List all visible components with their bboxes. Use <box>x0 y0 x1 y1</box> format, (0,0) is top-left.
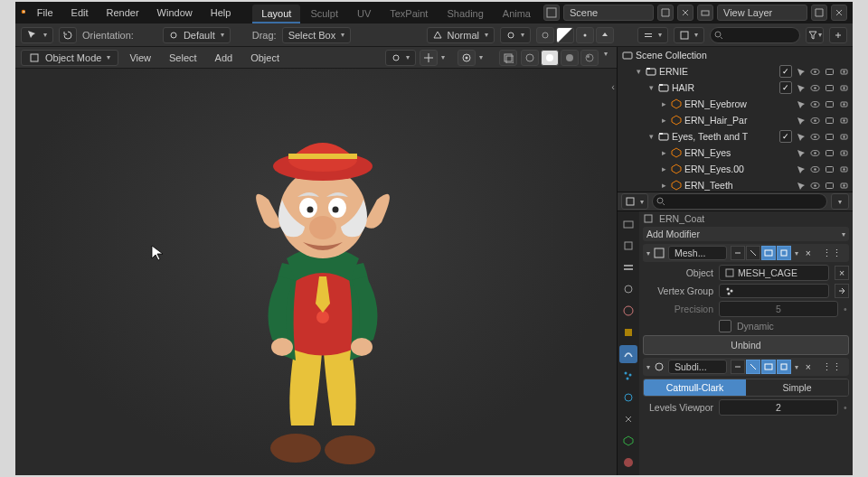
modifier2-name[interactable]: Subdi... <box>668 360 727 374</box>
viewlayer-new-icon[interactable] <box>811 5 827 21</box>
ptab-object-icon[interactable] <box>619 323 637 341</box>
tree-toggle-icon[interactable]: ▸ <box>659 164 668 173</box>
proportional-shape-icon[interactable] <box>556 27 574 43</box>
tree-toggle-icon[interactable]: ▾ <box>646 132 656 141</box>
outliner-restrict-icon[interactable] <box>794 65 807 79</box>
outliner-row[interactable]: ▾ HAIR <box>618 80 853 96</box>
menu-window[interactable]: Window <box>150 5 200 20</box>
mod-render-icon[interactable] <box>777 246 791 260</box>
xray-icon[interactable] <box>499 50 517 66</box>
viewlayer-browse-icon[interactable] <box>697 5 713 21</box>
outliner-restrict-icon[interactable] <box>808 163 822 176</box>
add-modifier-dropdown[interactable]: Add Modifier ▾ <box>643 227 849 241</box>
mod2-realtime-icon[interactable] <box>731 360 745 374</box>
outliner-row[interactable]: ▸ ERN_Eyes <box>618 145 853 161</box>
viewport-menu-add[interactable]: Add <box>208 51 241 65</box>
outliner-row[interactable]: ▸ ERN_Hair_Par <box>618 112 853 128</box>
outliner-checkbox[interactable] <box>779 65 792 78</box>
outliner-restrict-icon[interactable] <box>837 130 851 144</box>
tree-toggle-icon[interactable]: ▸ <box>659 99 668 108</box>
tree-toggle-icon[interactable]: ▸ <box>659 181 668 190</box>
outliner-restrict-icon[interactable] <box>808 179 822 192</box>
viewport-canvas[interactable]: ‹ <box>15 69 617 475</box>
ptab-output-icon[interactable] <box>619 237 637 255</box>
outliner-restrict-icon[interactable] <box>823 179 836 192</box>
outliner-view-icon[interactable]: ▾ <box>674 27 704 43</box>
outliner-restrict-icon[interactable] <box>794 130 807 144</box>
outliner-restrict-icon[interactable] <box>808 114 822 127</box>
outliner-scene-collection[interactable]: Scene Collection <box>618 47 853 63</box>
tree-toggle-icon[interactable]: ▾ <box>634 67 643 76</box>
ptab-viewlayer-icon[interactable] <box>619 258 637 276</box>
sidebar-toggle-icon[interactable]: ‹ <box>611 81 615 92</box>
orientation-dropdown[interactable]: Default ▾ <box>163 27 231 43</box>
modifier-meshdeform-header[interactable]: ▾ Mesh... ▾ × ⋮⋮ <box>643 244 849 262</box>
outliner-restrict-icon[interactable] <box>837 179 851 192</box>
mod-viewport-icon[interactable] <box>761 246 776 260</box>
shading-solid-icon[interactable] <box>541 50 559 66</box>
props-options-icon[interactable]: ▾ <box>831 193 849 210</box>
refresh-icon[interactable] <box>59 27 77 43</box>
object-clear-icon[interactable]: × <box>835 266 849 280</box>
viewport-menu-object[interactable]: Object <box>243 51 287 65</box>
scene-new-icon[interactable] <box>657 5 674 21</box>
outliner-restrict-icon[interactable] <box>837 146 851 160</box>
outliner-restrict-icon[interactable] <box>837 114 851 127</box>
outliner-restrict-icon[interactable] <box>794 98 807 111</box>
tab-layout[interactable]: Layout <box>252 5 300 23</box>
ptab-modifier-icon[interactable] <box>619 345 637 363</box>
outliner-search-input[interactable] <box>710 27 800 43</box>
mod2-edit-icon[interactable] <box>746 360 760 374</box>
outliner-restrict-icon[interactable] <box>837 65 851 79</box>
outliner-restrict-icon[interactable] <box>808 81 822 95</box>
outliner-restrict-icon[interactable] <box>794 163 807 176</box>
outliner-restrict-icon[interactable] <box>823 130 836 144</box>
shading-material-icon[interactable] <box>561 50 579 66</box>
outliner-restrict-icon[interactable] <box>808 146 822 160</box>
dynamic-checkbox[interactable] <box>719 320 731 332</box>
modifier1-menu-icon[interactable]: ⋮⋮ <box>818 248 845 258</box>
tab-animation[interactable]: Anima <box>494 5 540 23</box>
tree-toggle-icon[interactable]: ▸ <box>659 148 668 157</box>
snap-dropdown[interactable]: ▾ <box>500 27 531 43</box>
modifier2-extras-dropdown[interactable]: ▾ <box>795 363 798 371</box>
menu-edit[interactable]: Edit <box>64 5 96 20</box>
outliner-restrict-icon[interactable] <box>823 114 836 127</box>
cursor-tool-dropdown[interactable]: ▾ <box>21 27 53 43</box>
ptab-scene-icon[interactable] <box>619 280 637 298</box>
mod-edit-icon[interactable] <box>746 246 760 260</box>
tree-toggle-icon[interactable]: ▾ <box>646 83 656 92</box>
modifier1-delete-icon[interactable]: × <box>802 248 815 258</box>
gizmo-icon[interactable] <box>420 50 438 66</box>
outliner-restrict-icon[interactable] <box>823 146 836 160</box>
mod-realtime-icon[interactable] <box>731 246 745 260</box>
outliner[interactable]: Scene Collection ▾ ERNIE ▾ HAIR ▸ ERN_Ey… <box>618 47 853 192</box>
new-collection-icon[interactable] <box>829 27 847 43</box>
scene-name-field[interactable]: Scene <box>563 5 654 21</box>
tab-texpaint[interactable]: TexPaint <box>381 5 437 23</box>
mod2-viewport-icon[interactable] <box>761 360 776 374</box>
properties-search-input[interactable] <box>652 193 827 210</box>
outliner-restrict-icon[interactable] <box>808 98 822 111</box>
menu-help[interactable]: Help <box>203 5 239 20</box>
outliner-restrict-icon[interactable] <box>794 81 807 95</box>
scene-browse-icon[interactable] <box>543 5 560 21</box>
viewlayer-delete-icon[interactable] <box>831 5 847 21</box>
levels-viewport-field[interactable]: 2 <box>719 399 838 416</box>
outliner-restrict-icon[interactable] <box>823 163 836 176</box>
modifier1-name[interactable]: Mesh... <box>668 246 727 260</box>
arrow-up-icon[interactable] <box>596 27 614 43</box>
outliner-row[interactable]: ▸ ERN_Teeth <box>618 177 853 192</box>
outliner-restrict-icon[interactable] <box>823 81 836 95</box>
vertex-group-field[interactable] <box>719 284 829 298</box>
menu-file[interactable]: File <box>30 5 61 20</box>
ptab-world-icon[interactable] <box>619 302 637 320</box>
outliner-restrict-icon[interactable] <box>794 114 807 127</box>
outliner-row[interactable]: ▾ ERNIE <box>618 63 853 80</box>
modifier2-delete-icon[interactable]: × <box>802 361 815 372</box>
outliner-restrict-icon[interactable] <box>837 81 851 95</box>
overlay-toggle-icon[interactable] <box>458 50 476 66</box>
ptab-data-icon[interactable] <box>619 432 637 450</box>
seg-catmull-clark[interactable]: Catmull-Clark <box>644 379 746 396</box>
shading-wireframe-icon[interactable] <box>521 50 539 66</box>
